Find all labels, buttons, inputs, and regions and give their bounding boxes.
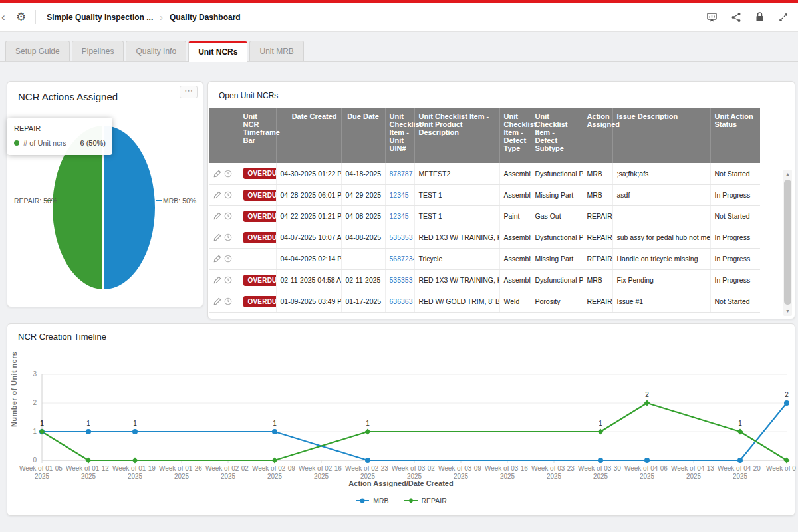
- table-row[interactable]: OVERDUE 04-30-2025 01:22 PM 04-18-2025 8…: [209, 163, 760, 184]
- table-row[interactable]: OVERDUE 01-09-2025 03:49 PM 01-17-2025 6…: [209, 291, 760, 312]
- history-clock-icon[interactable]: [224, 191, 232, 199]
- uin-link[interactable]: 5687234: [385, 248, 414, 269]
- cell-defect-subtype: Dysfunctional Part: [531, 269, 583, 291]
- table-scrollbar[interactable]: ▲ ▼: [783, 170, 792, 316]
- scroll-down-icon[interactable]: ▼: [783, 307, 792, 316]
- tab-bar: Setup GuidePipelinesQuality InfoUnit NCR…: [0, 32, 798, 62]
- svg-text:Week of 04-06-2025: Week of 04-06-2025: [624, 465, 670, 479]
- tab-quality-info[interactable]: Quality Info: [126, 41, 186, 61]
- cell-status: Not Started: [710, 205, 760, 227]
- column-header[interactable]: [209, 108, 239, 163]
- edit-pencil-icon[interactable]: [213, 233, 221, 241]
- svg-text:1: 1: [33, 428, 37, 435]
- column-header[interactable]: Unit Action Status: [710, 108, 760, 163]
- fullscreen-icon[interactable]: [778, 12, 789, 23]
- cell-issue-description: Issue #1: [612, 291, 710, 312]
- uin-link[interactable]: 12345: [385, 184, 414, 205]
- history-clock-icon[interactable]: [224, 233, 232, 241]
- presentation-icon[interactable]: [706, 11, 718, 23]
- ncr-actions-assigned-card: NCR Actions Assigned ⋯ REPAIR: 50% MRB: …: [7, 81, 203, 307]
- cell-defect-subtype: Porosity: [531, 291, 583, 312]
- uin-link[interactable]: 535353: [385, 227, 414, 248]
- breadcrumb-app-name[interactable]: Simple Quality Inspection ...: [47, 13, 153, 22]
- table-row[interactable]: OVERDUE 04-07-2025 10:07 AM 04-08-2025 5…: [209, 227, 760, 248]
- cell-status: In Progress: [710, 269, 760, 291]
- cell-product: TEST 1: [414, 205, 499, 227]
- tooltip-header: REPAIR: [14, 124, 106, 132]
- column-header[interactable]: Unit Checklist Item - Unit UIN#: [385, 108, 414, 163]
- history-clock-icon[interactable]: [224, 297, 232, 305]
- uin-link[interactable]: 12345: [385, 205, 414, 227]
- cell-issue-description: asdf: [612, 184, 710, 205]
- column-header[interactable]: Issue Description: [612, 108, 710, 163]
- history-clock-icon[interactable]: [224, 212, 232, 220]
- column-header[interactable]: Action Assigned: [583, 108, 612, 163]
- column-header[interactable]: Unit Checklist Item - Unit Product Descr…: [414, 108, 499, 163]
- share-icon[interactable]: [731, 12, 741, 23]
- legend-item-mrb[interactable]: MRB: [355, 497, 388, 505]
- column-header[interactable]: Due Date: [341, 108, 385, 163]
- uin-link[interactable]: 535353: [385, 269, 414, 291]
- column-header[interactable]: Unit NCR Timeframe Bar: [239, 108, 276, 163]
- cell-issue-description: Fix Pending: [612, 269, 710, 291]
- edit-pencil-icon[interactable]: [213, 170, 221, 178]
- marker-circle: [784, 400, 789, 406]
- cell-status: In Progress: [710, 227, 760, 248]
- scrollbar-thumb[interactable]: [784, 180, 791, 305]
- cell-action-assigned: MRB: [583, 269, 612, 291]
- collapse-chevron-icon[interactable]: ‹: [0, 11, 11, 24]
- svg-text:2: 2: [785, 391, 789, 398]
- gear-icon[interactable]: ⚙: [11, 10, 36, 24]
- svg-text:Week of 03-16-2025: Week of 03-16-2025: [485, 465, 530, 479]
- history-clock-icon[interactable]: [224, 276, 232, 284]
- svg-text:Week of 01-26-2025: Week of 01-26-2025: [159, 465, 204, 479]
- tab-setup-guide[interactable]: Setup Guide: [5, 41, 70, 61]
- tooltip-series-label: # of Unit ncrs: [23, 139, 66, 147]
- svg-text:Week of 02-09-2025: Week of 02-09-2025: [252, 465, 297, 479]
- cell-defect-type: Paint: [499, 205, 531, 227]
- column-header[interactable]: Unit Checklist Item - Defect Type: [499, 108, 531, 163]
- svg-text:1: 1: [273, 420, 277, 427]
- history-clock-icon[interactable]: [224, 170, 232, 178]
- marker-diamond: [365, 429, 371, 435]
- svg-text:Week of 03-02-2025: Week of 03-02-2025: [392, 465, 437, 479]
- tab-unit-mrb[interactable]: Unit MRB: [249, 41, 303, 61]
- svg-text:Week of 03-23-2025: Week of 03-23-2025: [531, 465, 577, 479]
- lock-icon[interactable]: [755, 11, 765, 23]
- overdue-badge: OVERDUE: [243, 211, 277, 222]
- cell-due-date: 02-11-2025: [341, 269, 385, 291]
- history-clock-icon[interactable]: [224, 255, 232, 263]
- marker-diamond: [132, 458, 138, 464]
- pie-card-title: NCR Actions Assigned: [7, 82, 203, 102]
- breadcrumb-page-title: Quality Dashboard: [170, 13, 241, 22]
- timeline-chart[interactable]: 0123Week of 01-05-2025Week of 01-12-2025…: [7, 344, 796, 479]
- cell-date-created: 04-22-2025 01:21 PM: [276, 205, 341, 227]
- cell-defect-type: Weld: [499, 291, 531, 312]
- edit-pencil-icon[interactable]: [213, 212, 221, 220]
- tab-unit-ncrs[interactable]: Unit NCRs: [188, 41, 247, 62]
- scroll-up-icon[interactable]: ▲: [783, 170, 792, 179]
- marker-circle: [86, 429, 91, 434]
- table-row[interactable]: 04-04-2025 02:14 PM 5687234 Tricycle Ass…: [209, 248, 760, 269]
- legend-item-repair[interactable]: REPAIR: [404, 497, 447, 505]
- edit-pencil-icon[interactable]: [213, 191, 221, 199]
- cell-product: RED 1X3 W/ TRAINING, KIDS 3': [414, 269, 499, 291]
- edit-pencil-icon[interactable]: [213, 255, 221, 263]
- edit-pencil-icon[interactable]: [213, 276, 221, 284]
- cell-product: RED 1X3 W/ TRAINING, KIDS 3': [414, 227, 499, 248]
- pie-label-repair: REPAIR: 50%: [14, 197, 57, 205]
- cell-defect-subtype: Gas Out: [531, 205, 583, 227]
- options-icon[interactable]: ⋯: [180, 86, 198, 98]
- uin-link[interactable]: 878787: [385, 163, 414, 184]
- edit-pencil-icon[interactable]: [213, 297, 221, 305]
- column-header[interactable]: Unit Checklist Item - Defect Subtype: [531, 108, 583, 163]
- uin-link[interactable]: 636363: [385, 291, 414, 312]
- timeline-card-title: NCR Creation Timeline: [7, 324, 795, 342]
- table-row[interactable]: OVERDUE 04-22-2025 01:21 PM 04-08-2025 1…: [209, 205, 760, 227]
- tab-pipelines[interactable]: Pipelines: [72, 41, 124, 61]
- table-row[interactable]: OVERDUE 04-28-2025 06:01 PM 04-29-2025 1…: [209, 184, 760, 205]
- cell-defect-subtype: Missing Part: [531, 184, 583, 205]
- column-header[interactable]: Date Created: [276, 108, 341, 163]
- tooltip-value: 6 (50%): [80, 139, 106, 147]
- table-row[interactable]: OVERDUE 02-11-2025 04:58 AM 02-11-2025 5…: [209, 269, 760, 291]
